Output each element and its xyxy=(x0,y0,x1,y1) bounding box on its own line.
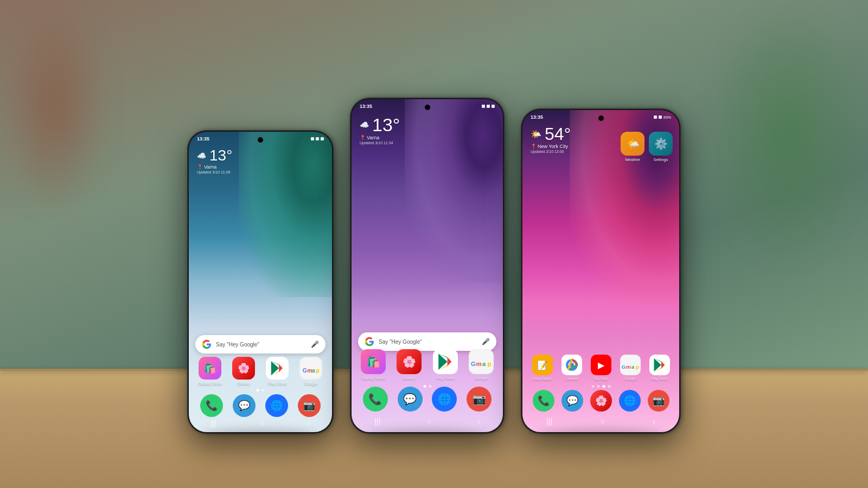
dock-gallery-right[interactable]: 🌸 xyxy=(590,390,612,412)
app-label-google-right: Google xyxy=(624,377,636,381)
bg-blur-right xyxy=(705,0,868,271)
phone-right: 13:35 89% 🌤️ 54° 📍 New York City Updated… xyxy=(521,108,681,434)
dock-messages-left[interactable]: 💬 xyxy=(233,394,256,417)
screen-left: 13:35 ☁️ 13° 📍 Varna Updated 3/10 11:09 xyxy=(189,132,332,432)
wifi-icon-middle xyxy=(487,105,490,108)
nav-recents-right[interactable]: ||| xyxy=(546,417,552,426)
app-play-store-middle[interactable]: Play Store xyxy=(430,349,461,381)
weather-temp-left: 13° xyxy=(209,148,232,163)
signal-icon-right xyxy=(654,115,657,119)
dock-camera-middle[interactable]: 📷 xyxy=(467,387,492,412)
weather-icon-left: ☁️ xyxy=(197,151,206,160)
app-youtube-right[interactable]: ▶ YouTube xyxy=(588,355,614,381)
dock-phone-left[interactable]: 📞 xyxy=(200,394,223,417)
svg-text:a: a xyxy=(631,364,634,370)
google-logo-middle xyxy=(365,337,374,346)
dock-phone-middle[interactable]: 📞 xyxy=(363,387,388,412)
flower-overlay-left xyxy=(239,132,332,297)
app-play-store-right[interactable]: Play Store xyxy=(646,355,673,381)
status-icons-middle xyxy=(482,105,495,108)
nav-home-middle[interactable]: ○ xyxy=(426,417,431,426)
dock-messages-right[interactable]: 💬 xyxy=(561,390,583,412)
svg-text:a: a xyxy=(482,361,486,367)
app-google-right[interactable]: G m a p Google xyxy=(617,355,643,381)
svg-text:G: G xyxy=(471,361,476,367)
svg-text:G: G xyxy=(303,368,307,374)
weather-temp-right: 54° xyxy=(545,125,571,143)
app-chrome-right[interactable]: Chrome xyxy=(558,355,585,381)
weather-location-right: 📍 New York City xyxy=(531,144,571,149)
app-grid-left: 🛍️ Galaxy Store 🌸 Gallery xyxy=(195,357,326,386)
google-icon-middle: G m a p xyxy=(470,350,493,373)
mic-icon-left[interactable]: 🎤 xyxy=(311,341,319,348)
play-store-icon-middle xyxy=(436,352,455,371)
search-bar-left[interactable]: Say "Hey Google" 🎤 xyxy=(195,335,326,354)
google-icon-right: G m a p xyxy=(621,355,640,375)
nav-bar-left: ||| ○ ‹ xyxy=(189,419,332,428)
svg-text:p: p xyxy=(316,368,320,374)
google-logo-left xyxy=(202,339,212,349)
app-label-play-store-left: Play Store xyxy=(268,381,287,386)
app-label-keep-right: Keep Notes xyxy=(533,377,552,381)
weather-widget-right: 🌤️ 54° 📍 New York City Updated 2/10 13:0… xyxy=(531,125,571,153)
nav-home-right[interactable]: ○ xyxy=(600,417,604,426)
app-label-settings-right: Settings xyxy=(653,157,668,162)
nav-recents-middle[interactable]: ||| xyxy=(374,417,380,426)
nav-back-left[interactable]: ‹ xyxy=(308,419,310,428)
nav-back-right[interactable]: ‹ xyxy=(653,417,655,426)
nav-bar-middle: ||| ○ ‹ xyxy=(352,417,503,426)
app-label-chrome-right: Chrome xyxy=(565,377,578,381)
dot-1-right xyxy=(591,385,594,388)
camera-hole-left xyxy=(258,137,263,143)
app-google-left[interactable]: G m a p Google xyxy=(296,357,326,386)
dock-phone-right[interactable]: 📞 xyxy=(533,390,554,412)
screen-middle: 13:35 ☁️ 13° 📍 Varna Updated 3/10 11:34 xyxy=(352,99,503,432)
nav-home-left[interactable]: ○ xyxy=(260,419,264,428)
app-keep-right[interactable]: 📝 Keep Notes xyxy=(529,355,556,381)
weather-icon-right: 🌤️ xyxy=(531,129,541,139)
dot-4-right xyxy=(608,385,610,388)
chrome-icon-right xyxy=(565,358,579,372)
status-time-right: 13:35 xyxy=(531,114,543,120)
app-play-store-left[interactable]: Play Store xyxy=(263,357,292,386)
search-hint-middle: Say "Hey Google" xyxy=(379,339,477,345)
play-store-icon-left xyxy=(269,360,285,376)
status-time-left: 13:35 xyxy=(197,136,209,142)
app-label-galaxy-store-left: Galaxy Store xyxy=(198,381,221,386)
page-dots-right xyxy=(591,385,610,388)
nav-recents-left[interactable]: ||| xyxy=(210,419,216,428)
svg-text:G: G xyxy=(621,364,626,370)
search-bar-middle[interactable]: Say "Hey Google" 🎤 xyxy=(358,332,496,351)
dot-3-right xyxy=(602,385,605,388)
app-grid-right: 📝 Keep Notes xyxy=(529,355,673,381)
app-galaxy-store-middle[interactable]: 🛍️ Galaxy Store xyxy=(358,349,388,381)
app-grid-middle: 🛍️ Galaxy Store 🌸 Gallery xyxy=(358,349,496,381)
dock-camera-right[interactable]: 📷 xyxy=(648,390,669,412)
app-weather-right[interactable]: 🌤️ Weather xyxy=(621,132,644,162)
svg-text:m: m xyxy=(476,361,481,367)
google-icon-left: G m a p xyxy=(301,358,321,378)
battery-text-right: 89% xyxy=(663,115,671,119)
camera-hole-right xyxy=(598,115,604,121)
phones-container: 13:35 ☁️ 13° 📍 Varna Updated 3/10 11:09 xyxy=(187,98,681,434)
wifi-icon-right xyxy=(659,115,662,119)
weather-widget-middle: ☁️ 13° 📍 Varna Updated 3/10 11:34 xyxy=(360,115,400,145)
camera-hole-middle xyxy=(425,105,430,110)
dock-camera-left[interactable]: 📷 xyxy=(298,394,321,417)
dot-1-left xyxy=(257,389,259,391)
dock-internet-middle[interactable]: 🌐 xyxy=(432,387,457,412)
mic-icon-middle[interactable]: 🎤 xyxy=(482,338,490,345)
app-gallery-left[interactable]: 🌸 Gallery xyxy=(229,357,258,386)
weather-icon-middle: ☁️ xyxy=(360,120,369,129)
app-gallery-middle[interactable]: 🌸 Gallery xyxy=(394,349,424,381)
dock-internet-right[interactable]: 🌐 xyxy=(619,390,641,412)
dock-messages-middle[interactable]: 💬 xyxy=(398,387,423,412)
app-google-middle[interactable]: G m a p Google xyxy=(466,349,496,381)
dock-internet-left[interactable]: 🌐 xyxy=(265,394,288,417)
dot-2-left xyxy=(262,389,265,391)
signal-icon-middle xyxy=(482,105,485,108)
app-galaxy-store-left[interactable]: 🛍️ Galaxy Store xyxy=(195,357,225,386)
app-settings-right[interactable]: ⚙️ Settings xyxy=(649,132,673,162)
phone-middle: 13:35 ☁️ 13° 📍 Varna Updated 3/10 11:34 xyxy=(350,98,505,434)
nav-back-middle[interactable]: ‹ xyxy=(477,417,480,426)
